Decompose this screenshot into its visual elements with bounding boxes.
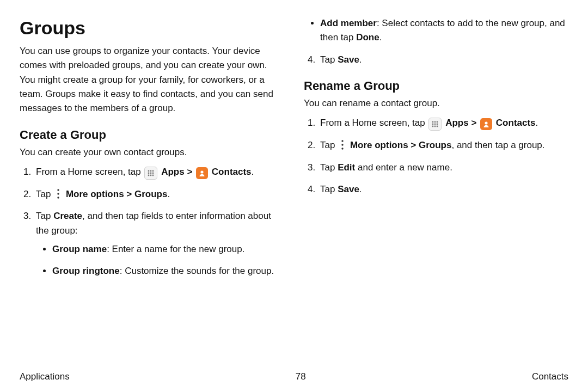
bullet-group-ringtone: Group ringtone: Customize the sounds for…: [52, 264, 284, 278]
text: .: [167, 189, 170, 199]
left-column: Groups You can use groups to organize yo…: [20, 13, 284, 362]
more-options-label: More options: [66, 189, 124, 199]
contacts-label: Contacts: [212, 167, 252, 177]
svg-point-19: [432, 126, 434, 127]
create-steps-continued: Tap Save.: [304, 53, 568, 67]
svg-point-1: [150, 170, 152, 172]
text: and enter a new name.: [355, 162, 452, 173]
rename-step-1: From a Home screen, tap Apps > Contacts.: [318, 116, 568, 131]
footer-left: Applications: [20, 371, 70, 382]
text: .: [536, 118, 538, 128]
bullet-group-name: Group name: Enter a name for the new gro…: [52, 242, 284, 256]
svg-point-12: [57, 197, 59, 198]
chevron-right-icon: >: [411, 140, 416, 150]
svg-point-10: [57, 189, 59, 191]
label: Group ringtone: [52, 266, 120, 276]
create-step-2: Tap More options > Groups.: [34, 187, 284, 201]
create-steps: From a Home screen, tap Apps > Contacts.: [20, 165, 284, 279]
text: .: [252, 167, 254, 177]
apps-icon: [428, 118, 442, 131]
create-bullets-continued: Add member: Select contacts to add to th…: [304, 16, 568, 45]
edit-label: Edit: [338, 162, 355, 173]
svg-point-5: [152, 173, 154, 174]
save-label: Save: [338, 54, 359, 65]
svg-point-8: [152, 175, 154, 176]
svg-point-21: [437, 126, 438, 127]
svg-point-18: [437, 124, 438, 125]
footer-page-number: 78: [296, 371, 306, 382]
create-step-4: Tap Save.: [318, 53, 568, 67]
text: .: [359, 184, 362, 194]
text: , and then tap a group.: [451, 140, 544, 150]
done-label: Done: [356, 32, 379, 42]
chevron-right-icon: >: [471, 118, 476, 128]
contacts-icon: [480, 118, 492, 130]
svg-point-17: [434, 124, 436, 125]
text: Tap: [320, 140, 338, 150]
apps-icon: [144, 167, 157, 180]
svg-point-9: [201, 170, 204, 173]
svg-point-0: [148, 170, 150, 172]
rename-heading: Rename a Group: [304, 79, 568, 93]
text: Tap: [320, 54, 338, 65]
svg-point-23: [341, 140, 343, 142]
rename-step-2: Tap More options > Groups, and then tap …: [318, 138, 568, 152]
rename-steps: From a Home screen, tap Apps > Contacts.: [304, 116, 568, 197]
create-desc: You can create your own contact groups.: [20, 145, 284, 160]
more-options-label: More options: [350, 140, 408, 150]
chevron-right-icon: >: [126, 189, 132, 199]
chevron-right-icon: >: [187, 167, 192, 177]
create-heading: Create a Group: [20, 128, 284, 142]
rename-desc: You can rename a contact group.: [304, 96, 568, 111]
footer-right: Contacts: [532, 371, 568, 382]
apps-label: Apps: [445, 118, 469, 128]
text: : Customize the sounds for the group.: [120, 266, 274, 276]
text: From a Home screen, tap: [320, 118, 427, 128]
content-columns: Groups You can use groups to organize yo…: [20, 13, 568, 362]
svg-point-14: [434, 121, 436, 123]
create-step-3: Tap Create, and then tap fields to enter…: [34, 209, 284, 278]
svg-point-15: [437, 121, 438, 123]
svg-point-13: [432, 121, 434, 123]
svg-point-7: [150, 175, 152, 176]
text: From a Home screen, tap: [36, 167, 143, 177]
svg-point-22: [485, 122, 488, 125]
contacts-label: Contacts: [496, 118, 536, 128]
right-column: Add member: Select contacts to add to th…: [304, 13, 568, 362]
more-options-icon: [339, 139, 346, 151]
create-bullets: Group name: Enter a name for the new gro…: [36, 242, 284, 279]
page-title: Groups: [20, 17, 284, 39]
text: .: [379, 32, 382, 42]
apps-label: Apps: [161, 167, 185, 177]
rename-step-4: Tap Save.: [318, 182, 568, 197]
svg-point-6: [148, 175, 150, 176]
label: Add member: [320, 18, 377, 28]
svg-point-16: [432, 124, 434, 125]
svg-point-11: [57, 193, 59, 194]
svg-point-4: [150, 173, 152, 174]
svg-point-24: [341, 144, 343, 146]
text: Tap: [36, 189, 53, 199]
label: Group name: [52, 244, 107, 254]
create-step-1: From a Home screen, tap Apps > Contacts.: [34, 165, 284, 180]
svg-point-3: [148, 173, 150, 174]
rename-step-3: Tap Edit and enter a new name.: [318, 161, 568, 175]
page-footer: Applications 78 Contacts: [20, 362, 568, 382]
groups-label: Groups: [134, 189, 167, 199]
text: Tap: [36, 211, 53, 221]
text: Tap: [320, 162, 338, 173]
contacts-icon: [196, 167, 208, 179]
save-label: Save: [338, 184, 359, 194]
text: .: [359, 54, 362, 65]
more-options-icon: [54, 188, 62, 200]
page: Groups You can use groups to organize yo…: [0, 0, 588, 392]
svg-point-25: [341, 148, 343, 150]
text: : Enter a name for the new group.: [107, 244, 244, 254]
bullet-add-member: Add member: Select contacts to add to th…: [320, 16, 568, 45]
text: Tap: [320, 184, 338, 194]
groups-label: Groups: [419, 140, 451, 150]
create-label: Create: [53, 211, 82, 221]
svg-point-20: [434, 126, 436, 127]
svg-point-2: [152, 170, 154, 172]
intro-paragraph: You can use groups to organize your cont…: [20, 44, 284, 116]
